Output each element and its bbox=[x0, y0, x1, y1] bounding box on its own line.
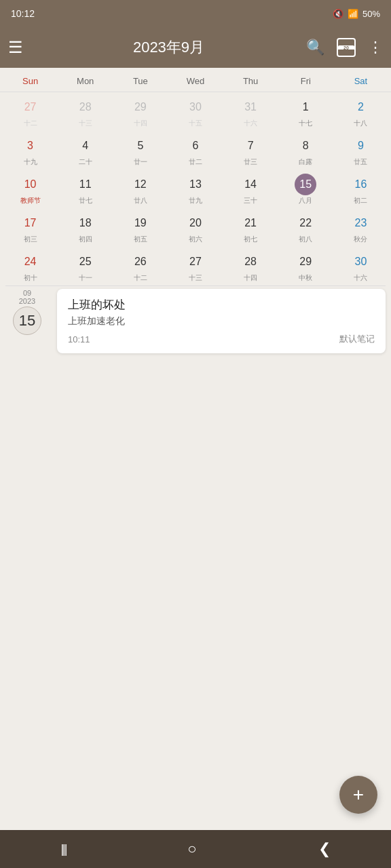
back-icon[interactable]: ❮ bbox=[318, 840, 331, 858]
day-lunar: 三十 bbox=[244, 196, 257, 205]
calendar-day-6[interactable]: 6廿二 bbox=[168, 131, 223, 170]
recents-icon[interactable]: ||| bbox=[60, 842, 66, 856]
calendar-day-8[interactable]: 8白露 bbox=[278, 131, 333, 170]
day-number: 21 bbox=[240, 212, 261, 234]
add-event-fab[interactable]: + bbox=[339, 776, 377, 814]
dow-tue: Tue bbox=[113, 73, 168, 89]
day-number: 27 bbox=[20, 96, 41, 118]
day-number: 11 bbox=[75, 174, 96, 195]
calendar-day-22[interactable]: 22初八 bbox=[278, 208, 333, 247]
calendar-day-17[interactable]: 17初三 bbox=[3, 208, 58, 247]
event-day-circle[interactable]: 15 bbox=[13, 307, 41, 335]
calendar-day-23[interactable]: 23秋分 bbox=[333, 208, 388, 247]
day-lunar: 十七 bbox=[299, 119, 312, 128]
day-lunar: 廿九 bbox=[189, 196, 202, 205]
calendar-day-2[interactable]: 2十八 bbox=[333, 92, 388, 131]
day-lunar: 初八 bbox=[299, 235, 312, 244]
day-lunar: 十四 bbox=[134, 119, 147, 128]
day-lunar: 十九 bbox=[24, 157, 37, 167]
day-number: 1 bbox=[295, 96, 316, 118]
calendar-day-16[interactable]: 16初二 bbox=[333, 170, 388, 208]
day-lunar: 十五 bbox=[189, 119, 202, 128]
day-number: 20 bbox=[185, 212, 206, 234]
day-lunar: 八月 bbox=[299, 196, 312, 205]
calendar-day-21[interactable]: 21初七 bbox=[223, 208, 278, 247]
day-lunar: 廿五 bbox=[354, 157, 367, 167]
day-lunar: 初三 bbox=[24, 235, 37, 244]
calendar-day-29[interactable]: 29中秋 bbox=[278, 247, 333, 285]
app-bar-title: 2023年9月 bbox=[31, 37, 306, 58]
calendar-day-31[interactable]: 31十六 bbox=[223, 92, 278, 131]
calendar-day-27[interactable]: 27十二 bbox=[3, 92, 58, 131]
calendar-day-28[interactable]: 28十三 bbox=[58, 92, 113, 131]
menu-icon[interactable]: ☰ bbox=[8, 38, 23, 57]
event-title: 上班的坏处 bbox=[68, 297, 375, 313]
event-card[interactable]: 上班的坏处 上班加速老化 10:11 默认笔记 bbox=[57, 289, 386, 353]
calendar-day-30[interactable]: 30十五 bbox=[168, 92, 223, 131]
wifi-icon: 📶 bbox=[348, 9, 358, 19]
day-lunar: 十二 bbox=[134, 273, 147, 283]
calendar-day-18[interactable]: 18初四 bbox=[58, 208, 113, 247]
day-number: 30 bbox=[185, 96, 206, 118]
event-notebook: 默认笔记 bbox=[339, 333, 375, 345]
calendar-day-3[interactable]: 3十九 bbox=[3, 131, 58, 170]
calendar-day-4[interactable]: 4二十 bbox=[58, 131, 113, 170]
day-lunar: 中秋 bbox=[299, 273, 312, 283]
day-number: 9 bbox=[350, 135, 371, 157]
day-lunar: 初七 bbox=[244, 235, 257, 244]
calendar-today-button[interactable]: 20 bbox=[337, 38, 356, 57]
calendar-day-26[interactable]: 26十二 bbox=[113, 247, 168, 285]
calendar-day-20[interactable]: 20初六 bbox=[168, 208, 223, 247]
calendar-day-12[interactable]: 12廿八 bbox=[113, 170, 168, 208]
calendar-day-5[interactable]: 5廿一 bbox=[113, 131, 168, 170]
more-options-icon[interactable]: ⋮ bbox=[368, 39, 383, 56]
day-lunar: 初四 bbox=[79, 235, 92, 244]
day-number: 4 bbox=[75, 135, 96, 157]
day-number: 24 bbox=[20, 251, 41, 273]
day-number: 27 bbox=[185, 251, 206, 273]
dow-mon: Mon bbox=[58, 73, 113, 89]
calendar-day-11[interactable]: 11廿七 bbox=[58, 170, 113, 208]
day-lunar: 十二 bbox=[24, 119, 37, 128]
calendar-day-9[interactable]: 9廿五 bbox=[333, 131, 388, 170]
day-number: 28 bbox=[240, 251, 261, 273]
event-year: 2023 bbox=[19, 297, 35, 305]
calendar-day-29[interactable]: 29十四 bbox=[113, 92, 168, 131]
calendar-day-14[interactable]: 14三十 bbox=[223, 170, 278, 208]
event-date-column: 09 2023 15 bbox=[5, 289, 49, 338]
calendar-day-1[interactable]: 1十七 bbox=[278, 92, 333, 131]
app-bar: ☰ 2023年9月 🔍 20 ⋮ bbox=[0, 27, 391, 68]
day-number: 7 bbox=[240, 135, 261, 157]
day-lunar: 廿一 bbox=[134, 157, 147, 167]
day-number: 18 bbox=[75, 212, 96, 234]
day-lunar: 十六 bbox=[354, 273, 367, 283]
event-time: 10:11 bbox=[68, 334, 90, 344]
day-number: 28 bbox=[75, 96, 96, 118]
day-number: 6 bbox=[185, 135, 206, 157]
calendar-day-19[interactable]: 19初五 bbox=[113, 208, 168, 247]
dow-fri: Fri bbox=[278, 73, 333, 89]
day-lunar: 十六 bbox=[244, 119, 257, 128]
calendar-day-25[interactable]: 25十一 bbox=[58, 247, 113, 285]
home-icon[interactable]: ○ bbox=[187, 840, 196, 858]
calendar-day-10[interactable]: 10教师节 bbox=[3, 170, 58, 208]
day-lunar: 十一 bbox=[79, 273, 92, 283]
day-number: 8 bbox=[295, 135, 316, 157]
calendar-day-7[interactable]: 7廿三 bbox=[223, 131, 278, 170]
calendar-day-27[interactable]: 27十三 bbox=[168, 247, 223, 285]
calendar-day-15[interactable]: 15八月 bbox=[278, 170, 333, 208]
day-number: 31 bbox=[240, 96, 261, 118]
calendar-day-28[interactable]: 28十四 bbox=[223, 247, 278, 285]
dow-wed: Wed bbox=[168, 73, 223, 89]
calendar-day-24[interactable]: 24初十 bbox=[3, 247, 58, 285]
mute-icon: 🔇 bbox=[333, 9, 343, 19]
day-lunar: 白露 bbox=[299, 157, 312, 167]
search-icon[interactable]: 🔍 bbox=[306, 39, 324, 56]
status-bar: 10:12 🔇 📶 50% bbox=[0, 0, 391, 27]
calendar-day-13[interactable]: 13廿九 bbox=[168, 170, 223, 208]
bottom-navigation: ||| ○ ❮ bbox=[0, 830, 391, 868]
calendar-day-30[interactable]: 30十六 bbox=[333, 247, 388, 285]
day-lunar: 初二 bbox=[354, 196, 367, 205]
status-right: 🔇 📶 50% bbox=[333, 9, 380, 19]
day-number: 12 bbox=[130, 174, 151, 195]
